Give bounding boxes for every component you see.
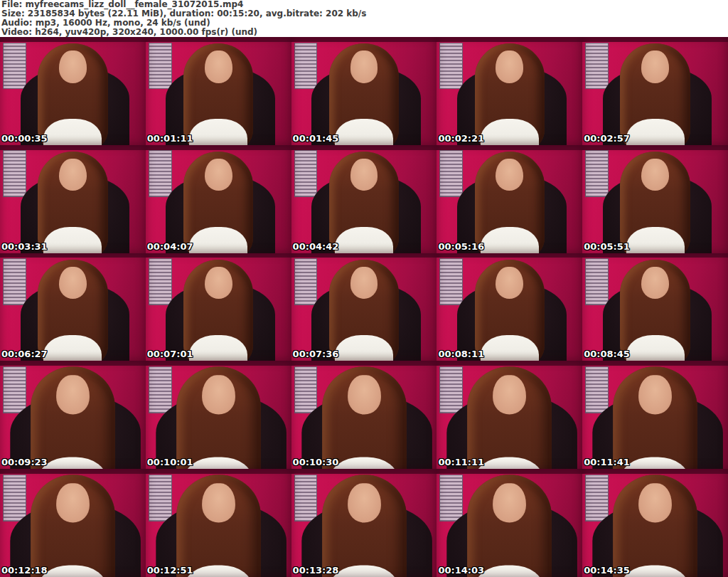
face — [493, 484, 526, 523]
face — [496, 267, 523, 300]
person-figure — [0, 469, 146, 577]
webcam-frame-preview — [0, 361, 146, 469]
webcam-frame-preview — [582, 361, 728, 469]
webcam-frame-preview — [146, 469, 291, 577]
webcam-frame-preview — [291, 469, 437, 577]
person-figure — [582, 469, 728, 577]
video-thumbnail[interactable]: 00:13:28 — [291, 469, 437, 577]
timestamp-label: 00:14:35 — [584, 565, 630, 576]
webcam-frame-preview — [0, 253, 146, 361]
webcam-frame-preview — [437, 469, 582, 577]
timestamp-label: 00:07:36 — [293, 349, 339, 359]
face — [56, 484, 90, 523]
timestamp-label: 00:10:30 — [293, 457, 339, 467]
face — [348, 484, 381, 523]
timestamp-label: 00:00:35 — [1, 133, 48, 144]
video-thumbnail[interactable]: 00:11:41 — [582, 361, 728, 469]
timestamp-label: 00:14:03 — [438, 565, 484, 576]
webcam-frame-preview — [582, 469, 728, 577]
video-thumbnail[interactable]: 00:04:42 — [291, 145, 437, 253]
video-thumbnail[interactable]: 00:00:35 — [0, 37, 146, 145]
webcam-frame-preview — [291, 145, 437, 253]
person-figure — [146, 469, 291, 577]
timestamp-label: 00:12:18 — [1, 565, 48, 576]
video-thumbnail[interactable]: 00:05:16 — [437, 145, 582, 253]
timestamp-label: 00:03:31 — [1, 241, 48, 252]
person-figure — [0, 253, 146, 361]
person-figure — [291, 361, 437, 469]
person-figure — [437, 253, 582, 361]
timestamp-label: 00:07:01 — [147, 349, 193, 359]
video-thumbnail[interactable]: 00:04:07 — [146, 145, 291, 253]
webcam-frame-preview — [582, 37, 728, 145]
webcam-frame-preview — [0, 469, 146, 577]
video-thumbnail[interactable]: 00:09:23 — [0, 361, 146, 469]
face — [496, 159, 523, 191]
video-thumbnail[interactable]: 00:01:11 — [146, 37, 291, 145]
face — [641, 267, 669, 300]
video-thumbnail[interactable]: 00:02:57 — [582, 37, 728, 145]
face — [638, 484, 672, 523]
timestamp-label: 00:13:28 — [293, 565, 339, 576]
face — [59, 267, 87, 300]
person-figure — [146, 145, 291, 253]
face — [496, 51, 523, 83]
face — [56, 376, 90, 415]
timestamp-label: 00:04:42 — [293, 241, 339, 252]
person-figure — [582, 145, 728, 253]
timestamp-label: 00:06:27 — [1, 349, 48, 359]
webcam-frame-preview — [437, 145, 582, 253]
video-thumbnail[interactable]: 00:14:35 — [582, 469, 728, 577]
video-thumbnail[interactable]: 00:10:30 — [291, 361, 437, 469]
webcam-frame-preview — [437, 361, 582, 469]
timestamp-label: 00:01:45 — [293, 133, 339, 144]
person-figure — [146, 253, 291, 361]
video-thumbnail[interactable]: 00:14:03 — [437, 469, 582, 577]
face — [202, 484, 235, 523]
person-figure — [0, 145, 146, 253]
face — [350, 51, 378, 83]
video-thumbnail[interactable]: 00:03:31 — [0, 145, 146, 253]
timestamp-label: 00:09:23 — [1, 457, 48, 467]
face — [59, 159, 87, 191]
video-thumbnail[interactable]: 00:10:01 — [146, 361, 291, 469]
person-figure — [0, 361, 146, 469]
face — [205, 51, 232, 83]
video-thumbnail[interactable]: 00:12:51 — [146, 469, 291, 577]
person-figure — [146, 37, 291, 145]
timestamp-label: 00:02:57 — [584, 133, 630, 144]
person-figure — [582, 361, 728, 469]
person-figure — [291, 469, 437, 577]
webcam-frame-preview — [0, 145, 146, 253]
webcam-frame-preview — [291, 361, 437, 469]
video-thumbnail[interactable]: 00:08:45 — [582, 253, 728, 361]
timestamp-label: 00:04:07 — [147, 241, 193, 252]
video-thumbnail[interactable]: 00:07:01 — [146, 253, 291, 361]
timestamp-label: 00:08:11 — [438, 349, 484, 359]
timestamp-label: 00:10:01 — [147, 457, 193, 467]
webcam-frame-preview — [146, 37, 291, 145]
person-figure — [437, 145, 582, 253]
video-thumbnail[interactable]: 00:11:11 — [437, 361, 582, 469]
webcam-frame-preview — [582, 253, 728, 361]
timestamp-label: 00:02:21 — [438, 133, 484, 144]
person-figure — [146, 361, 291, 469]
video-thumbnail[interactable]: 00:06:27 — [0, 253, 146, 361]
person-figure — [582, 37, 728, 145]
video-thumbnail[interactable]: 00:05:51 — [582, 145, 728, 253]
face — [638, 376, 672, 415]
video-thumbnail[interactable]: 00:01:45 — [291, 37, 437, 145]
video-thumbnail[interactable]: 00:12:18 — [0, 469, 146, 577]
timestamp-label: 00:11:11 — [438, 457, 484, 467]
video-thumbnail[interactable]: 00:08:11 — [437, 253, 582, 361]
video-thumbnail[interactable]: 00:07:36 — [291, 253, 437, 361]
video-thumbnail[interactable]: 00:02:21 — [437, 37, 582, 145]
webcam-frame-preview — [437, 37, 582, 145]
person-figure — [437, 37, 582, 145]
timestamp-label: 00:08:45 — [584, 349, 630, 359]
face — [641, 159, 669, 191]
person-figure — [0, 37, 146, 145]
person-figure — [291, 37, 437, 145]
top-garment — [626, 119, 685, 144]
face — [641, 51, 669, 83]
